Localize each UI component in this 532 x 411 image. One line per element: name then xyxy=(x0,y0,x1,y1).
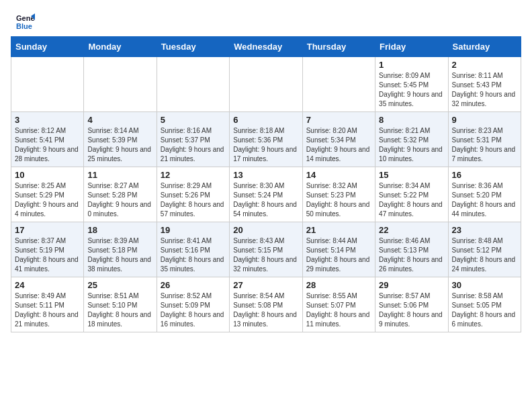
day-number: 15 xyxy=(379,170,444,180)
day-info: Sunrise: 8:58 AMSunset: 5:05 PMDaylight:… xyxy=(452,291,517,329)
header: General Blue xyxy=(0,0,532,36)
day-number: 26 xyxy=(161,280,226,290)
day-number: 7 xyxy=(306,115,371,125)
calendar-cell: 23Sunrise: 8:48 AMSunset: 5:12 PMDayligh… xyxy=(448,222,521,277)
calendar-cell: 21Sunrise: 8:44 AMSunset: 5:14 PMDayligh… xyxy=(302,222,375,277)
calendar-week-4: 17Sunrise: 8:37 AMSunset: 5:19 PMDayligh… xyxy=(11,222,521,277)
day-info: Sunrise: 8:43 AMSunset: 5:15 PMDaylight:… xyxy=(233,236,298,274)
svg-text:General: General xyxy=(16,14,35,22)
calendar-week-3: 10Sunrise: 8:25 AMSunset: 5:29 PMDayligh… xyxy=(11,167,521,222)
day-number: 17 xyxy=(15,225,80,235)
calendar-cell: 3Sunrise: 8:12 AMSunset: 5:41 PMDaylight… xyxy=(11,112,84,167)
calendar-table: SundayMondayTuesdayWednesdayThursdayFrid… xyxy=(11,36,521,332)
day-info: Sunrise: 8:51 AMSunset: 5:10 PMDaylight:… xyxy=(87,291,152,329)
weekday-header-friday: Friday xyxy=(375,37,448,57)
day-info: Sunrise: 8:30 AMSunset: 5:24 PMDaylight:… xyxy=(233,181,298,219)
calendar-cell: 11Sunrise: 8:27 AMSunset: 5:28 PMDayligh… xyxy=(84,167,157,222)
day-info: Sunrise: 8:55 AMSunset: 5:07 PMDaylight:… xyxy=(306,291,371,329)
calendar-cell: 10Sunrise: 8:25 AMSunset: 5:29 PMDayligh… xyxy=(11,167,84,222)
day-number: 21 xyxy=(306,225,371,235)
calendar-wrapper: SundayMondayTuesdayWednesdayThursdayFrid… xyxy=(0,36,532,340)
day-info: Sunrise: 8:41 AMSunset: 5:16 PMDaylight:… xyxy=(161,236,226,274)
weekday-header-sunday: Sunday xyxy=(11,37,84,57)
calendar-cell: 13Sunrise: 8:30 AMSunset: 5:24 PMDayligh… xyxy=(230,167,302,222)
logo: General Blue xyxy=(16,12,38,31)
calendar-cell: 25Sunrise: 8:51 AMSunset: 5:10 PMDayligh… xyxy=(84,277,157,332)
weekday-header-tuesday: Tuesday xyxy=(157,37,229,57)
day-number: 9 xyxy=(452,115,517,125)
day-info: Sunrise: 8:18 AMSunset: 5:36 PMDaylight:… xyxy=(233,126,298,164)
day-number: 23 xyxy=(452,225,517,235)
calendar-cell: 15Sunrise: 8:34 AMSunset: 5:22 PMDayligh… xyxy=(375,167,448,222)
calendar-cell xyxy=(84,57,157,112)
day-info: Sunrise: 8:46 AMSunset: 5:13 PMDaylight:… xyxy=(379,236,444,274)
calendar-cell: 4Sunrise: 8:14 AMSunset: 5:39 PMDaylight… xyxy=(84,112,157,167)
calendar-cell: 2Sunrise: 8:11 AMSunset: 5:43 PMDaylight… xyxy=(448,57,521,112)
day-info: Sunrise: 8:39 AMSunset: 5:18 PMDaylight:… xyxy=(87,236,152,274)
calendar-cell: 6Sunrise: 8:18 AMSunset: 5:36 PMDaylight… xyxy=(230,112,302,167)
day-number: 4 xyxy=(87,115,152,125)
day-info: Sunrise: 8:34 AMSunset: 5:22 PMDaylight:… xyxy=(379,181,444,219)
day-info: Sunrise: 8:29 AMSunset: 5:26 PMDaylight:… xyxy=(161,181,226,219)
calendar-cell: 26Sunrise: 8:52 AMSunset: 5:09 PMDayligh… xyxy=(157,277,229,332)
calendar-cell: 12Sunrise: 8:29 AMSunset: 5:26 PMDayligh… xyxy=(157,167,229,222)
calendar-cell: 17Sunrise: 8:37 AMSunset: 5:19 PMDayligh… xyxy=(11,222,84,277)
calendar-cell: 8Sunrise: 8:21 AMSunset: 5:32 PMDaylight… xyxy=(375,112,448,167)
calendar-cell: 27Sunrise: 8:54 AMSunset: 5:08 PMDayligh… xyxy=(230,277,302,332)
calendar-cell xyxy=(230,57,302,112)
weekday-header-row: SundayMondayTuesdayWednesdayThursdayFrid… xyxy=(11,37,521,57)
day-number: 29 xyxy=(379,280,444,290)
day-info: Sunrise: 8:44 AMSunset: 5:14 PMDaylight:… xyxy=(306,236,371,274)
weekday-header-wednesday: Wednesday xyxy=(230,37,302,57)
day-number: 13 xyxy=(233,170,298,180)
calendar-cell: 29Sunrise: 8:57 AMSunset: 5:06 PMDayligh… xyxy=(375,277,448,332)
day-number: 10 xyxy=(15,170,80,180)
calendar-cell xyxy=(157,57,229,112)
calendar-week-2: 3Sunrise: 8:12 AMSunset: 5:41 PMDaylight… xyxy=(11,112,521,167)
calendar-cell: 5Sunrise: 8:16 AMSunset: 5:37 PMDaylight… xyxy=(157,112,229,167)
day-info: Sunrise: 8:14 AMSunset: 5:39 PMDaylight:… xyxy=(87,126,152,164)
day-number: 1 xyxy=(379,60,444,70)
day-number: 25 xyxy=(87,280,152,290)
calendar-cell: 24Sunrise: 8:49 AMSunset: 5:11 PMDayligh… xyxy=(11,277,84,332)
calendar-week-5: 24Sunrise: 8:49 AMSunset: 5:11 PMDayligh… xyxy=(11,277,521,332)
svg-text:Blue: Blue xyxy=(16,22,32,30)
day-info: Sunrise: 8:25 AMSunset: 5:29 PMDaylight:… xyxy=(15,181,80,219)
day-info: Sunrise: 8:49 AMSunset: 5:11 PMDaylight:… xyxy=(15,291,80,329)
calendar-cell: 18Sunrise: 8:39 AMSunset: 5:18 PMDayligh… xyxy=(84,222,157,277)
day-number: 3 xyxy=(15,115,80,125)
day-number: 28 xyxy=(306,280,371,290)
day-number: 18 xyxy=(87,225,152,235)
day-info: Sunrise: 8:20 AMSunset: 5:34 PMDaylight:… xyxy=(306,126,371,164)
calendar-cell: 1Sunrise: 8:09 AMSunset: 5:45 PMDaylight… xyxy=(375,57,448,112)
day-info: Sunrise: 8:52 AMSunset: 5:09 PMDaylight:… xyxy=(161,291,226,329)
day-number: 22 xyxy=(379,225,444,235)
day-info: Sunrise: 8:21 AMSunset: 5:32 PMDaylight:… xyxy=(379,126,444,164)
day-number: 14 xyxy=(306,170,371,180)
calendar-cell: 22Sunrise: 8:46 AMSunset: 5:13 PMDayligh… xyxy=(375,222,448,277)
calendar-week-1: 1Sunrise: 8:09 AMSunset: 5:45 PMDaylight… xyxy=(11,57,521,112)
calendar-cell: 7Sunrise: 8:20 AMSunset: 5:34 PMDaylight… xyxy=(302,112,375,167)
day-number: 19 xyxy=(161,225,226,235)
day-info: Sunrise: 8:27 AMSunset: 5:28 PMDaylight:… xyxy=(87,181,152,219)
day-number: 5 xyxy=(161,115,226,125)
day-info: Sunrise: 8:32 AMSunset: 5:23 PMDaylight:… xyxy=(306,181,371,219)
calendar-cell: 14Sunrise: 8:32 AMSunset: 5:23 PMDayligh… xyxy=(302,167,375,222)
day-info: Sunrise: 8:09 AMSunset: 5:45 PMDaylight:… xyxy=(379,71,444,109)
day-number: 27 xyxy=(233,280,298,290)
calendar-cell xyxy=(302,57,375,112)
calendar-cell: 16Sunrise: 8:36 AMSunset: 5:20 PMDayligh… xyxy=(448,167,521,222)
day-info: Sunrise: 8:57 AMSunset: 5:06 PMDaylight:… xyxy=(379,291,444,329)
day-info: Sunrise: 8:36 AMSunset: 5:20 PMDaylight:… xyxy=(452,181,517,219)
calendar-cell: 19Sunrise: 8:41 AMSunset: 5:16 PMDayligh… xyxy=(157,222,229,277)
calendar-cell: 20Sunrise: 8:43 AMSunset: 5:15 PMDayligh… xyxy=(230,222,302,277)
day-number: 16 xyxy=(452,170,517,180)
calendar-cell: 28Sunrise: 8:55 AMSunset: 5:07 PMDayligh… xyxy=(302,277,375,332)
day-info: Sunrise: 8:48 AMSunset: 5:12 PMDaylight:… xyxy=(452,236,517,274)
day-number: 12 xyxy=(161,170,226,180)
day-number: 8 xyxy=(379,115,444,125)
day-number: 24 xyxy=(15,280,80,290)
day-info: Sunrise: 8:54 AMSunset: 5:08 PMDaylight:… xyxy=(233,291,298,329)
day-number: 2 xyxy=(452,60,517,70)
weekday-header-saturday: Saturday xyxy=(448,37,521,57)
